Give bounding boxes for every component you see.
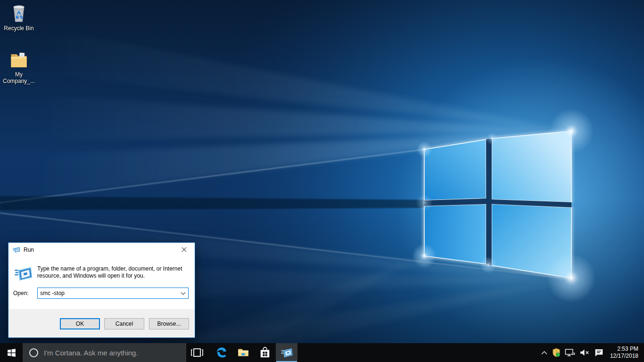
open-label: Open: [13, 290, 29, 296]
system-tray: 2:53 PM 12/17/2018 [541, 343, 644, 362]
cancel-button[interactable]: Cancel [104, 318, 144, 329]
taskbar-file-explorer-button[interactable] [232, 343, 254, 362]
ok-button[interactable]: OK [60, 318, 100, 329]
search-placeholder: I'm Cortana. Ask me anything. [44, 349, 138, 357]
taskbar: I'm Cortana. Ask me anything. [0, 343, 644, 362]
desktop-icon-my-company-folder[interactable]: My Company_... [0, 49, 38, 84]
clock-date: 12/17/2018 [610, 353, 638, 359]
cortana-search-box[interactable]: I'm Cortana. Ask me anything. [23, 343, 186, 362]
recycle-bin-icon [8, 3, 29, 24]
run-dialog-icon [15, 265, 33, 283]
network-icon[interactable] [565, 348, 575, 357]
open-combobox[interactable]: smc -stop [37, 288, 189, 299]
edge-icon [215, 346, 228, 359]
tray-chevron-up-icon[interactable] [541, 350, 548, 355]
run-app-icon [13, 246, 20, 254]
symantec-shield-icon[interactable] [552, 348, 561, 357]
start-button[interactable] [0, 343, 23, 362]
task-view-icon [191, 348, 203, 357]
action-center-icon[interactable] [594, 348, 604, 357]
windows-logo-icon [7, 348, 17, 358]
desktop: Recycle Bin My Company_... [0, 0, 644, 362]
close-icon [182, 247, 187, 252]
taskbar-clock[interactable]: 2:53 PM 12/17/2018 [608, 346, 640, 360]
desktop-icon-recycle-bin[interactable]: Recycle Bin [0, 3, 38, 32]
desktop-icon-label: My Company_... [0, 71, 37, 84]
store-icon [259, 346, 271, 359]
run-dialog: Run Type the name of a program, folder, … [8, 242, 195, 338]
chevron-down-icon[interactable] [178, 292, 188, 295]
desktop-icon-label: Recycle Bin [4, 25, 33, 32]
browse-button[interactable]: Browse... [149, 318, 189, 329]
task-view-button[interactable] [186, 343, 208, 362]
taskbar-edge-button[interactable] [211, 343, 232, 362]
close-button[interactable] [173, 243, 195, 256]
taskbar-store-button[interactable] [254, 343, 276, 362]
open-input[interactable]: smc -stop [38, 290, 178, 296]
taskbar-run-button-active[interactable] [276, 343, 297, 362]
file-explorer-icon [237, 346, 249, 359]
cortana-icon [29, 348, 38, 357]
run-app-icon [281, 347, 293, 359]
dialog-title: Run [24, 247, 34, 253]
clock-time: 2:53 PM [617, 346, 638, 352]
run-dialog-titlebar[interactable]: Run [8, 243, 195, 257]
volume-muted-icon[interactable] [579, 348, 590, 357]
folder-icon [8, 49, 29, 70]
dialog-description: Type the name of a program, folder, docu… [37, 265, 187, 280]
